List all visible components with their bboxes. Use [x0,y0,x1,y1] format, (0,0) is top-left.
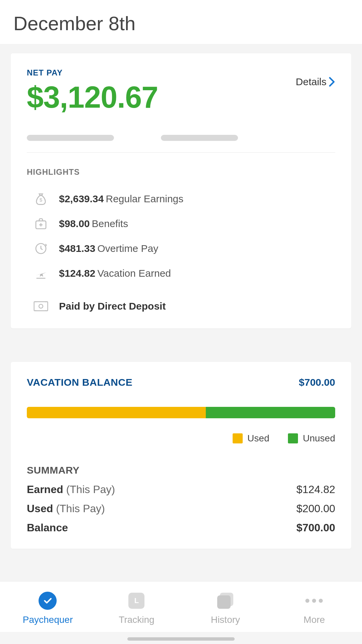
highlight-text: $2,639.34Regular Earnings [59,193,183,205]
tab-label: More [304,614,325,625]
net-pay-header-row: NET PAY $3,120.67 Details [27,68,335,115]
highlights-list: $ $2,639.34Regular Earnings $98.00Benefi… [27,192,335,281]
details-link[interactable]: Details [296,76,335,88]
net-pay-left: NET PAY $3,120.67 [27,68,158,115]
vacation-total: $700.00 [299,377,335,388]
highlight-text: $98.00Benefits [59,218,128,229]
svg-rect-3 [37,278,46,279]
more-dots-icon [305,592,323,610]
tab-bar: Paychequer L Tracking History More [0,581,362,632]
clock-icon [34,241,48,256]
tab-tracking[interactable]: L Tracking [94,592,179,625]
vacation-card: VACATION BALANCE $700.00 Used Unused SUM… [11,362,351,549]
summary-row: Used (This Pay) $200.00 [27,502,335,515]
legend-used-label: Used [247,433,269,444]
vacation-progress-bar [27,407,335,418]
details-label: Details [296,76,326,88]
swatch-used-icon [233,433,243,443]
plane-icon [34,266,48,281]
highlight-item: $98.00Benefits [34,216,335,231]
deposit-row: Paid by Direct Deposit [27,299,335,314]
svg-point-5 [39,304,43,308]
deposit-label: Paid by Direct Deposit [59,301,166,312]
page-title: December 8th [13,12,349,35]
page-header: December 8th [0,0,362,44]
tab-more[interactable]: More [272,592,357,625]
legend-unused-label: Unused [303,433,335,444]
vacation-unused-segment [206,407,335,418]
swatch-unused-icon [288,433,298,443]
history-icon [216,592,234,610]
placeholder-bar [27,135,114,141]
highlight-text: $481.33Overtime Pay [59,243,158,254]
content-scroll[interactable]: NET PAY $3,120.67 Details HIGHLIGHTS $ $… [0,44,362,581]
tab-label: Paychequer [23,614,73,625]
chevron-right-icon [328,77,335,87]
highlights-heading: HIGHLIGHTS [27,167,335,177]
vacation-used-segment [27,407,206,418]
svg-text:$: $ [40,197,43,203]
cash-icon [34,299,48,314]
legend-used: Used [233,433,269,444]
placeholder-row [27,135,335,153]
summary-heading: SUMMARY [27,465,335,476]
home-indicator[interactable] [127,637,235,641]
summary-row: Earned (This Pay) $124.82 [27,483,335,496]
summary-list: Earned (This Pay) $124.82 Used (This Pay… [27,483,335,534]
highlight-item: $481.33Overtime Pay [34,241,335,256]
medical-icon [34,216,48,231]
tab-paychequer[interactable]: Paychequer [5,592,90,625]
vacation-title: VACATION BALANCE [27,377,132,388]
vacation-header: VACATION BALANCE $700.00 [27,377,335,388]
net-pay-label: NET PAY [27,68,158,77]
legend-unused: Unused [288,433,335,444]
tab-history[interactable]: History [183,592,268,625]
tracking-icon: L [127,592,145,610]
summary-row: Balance $700.00 [27,522,335,534]
highlight-item: $ $2,639.34Regular Earnings [34,192,335,206]
net-pay-card: NET PAY $3,120.67 Details HIGHLIGHTS $ $… [11,53,351,328]
highlight-item: $124.82Vacation Earned [34,266,335,281]
money-bag-icon: $ [34,192,48,206]
net-pay-amount: $3,120.67 [27,80,158,115]
svg-rect-4 [34,302,48,311]
tab-label: History [211,614,240,625]
highlight-text: $124.82Vacation Earned [59,268,171,279]
tab-label: Tracking [119,614,154,625]
check-circle-icon [39,592,57,610]
placeholder-bar [161,135,238,141]
vacation-legend: Used Unused [27,433,335,444]
